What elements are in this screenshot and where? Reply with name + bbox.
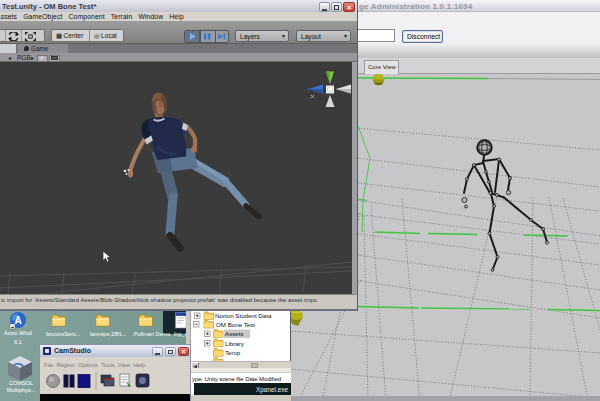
svg-text:A: A [14,315,21,326]
